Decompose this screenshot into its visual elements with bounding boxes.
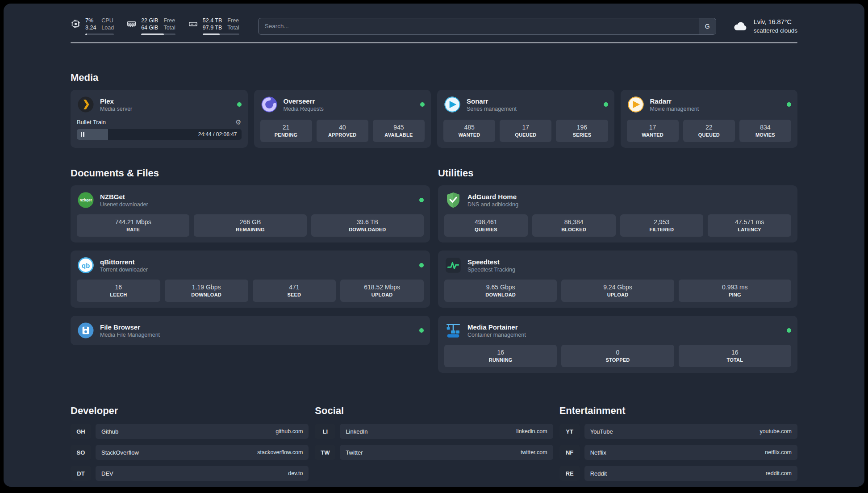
app-card-filebrowser[interactable]: File Browser Media File Management xyxy=(71,316,430,345)
app-card-speedtest[interactable]: Speedtest Speedtest Tracking 9.65 GbpsDO… xyxy=(438,251,797,308)
bookmark-name: Twitter xyxy=(346,449,363,456)
now-playing-title: Bullet Train xyxy=(77,119,106,125)
disk-total: 97.9 TB xyxy=(203,24,222,31)
stat-tile: 498,461QUERIES xyxy=(444,214,528,237)
radarr-icon xyxy=(627,96,645,113)
app-subtitle: DNS and adblocking xyxy=(467,201,518,208)
media-heading: Media xyxy=(71,72,797,84)
memory-label-1: Free xyxy=(163,17,175,24)
bookmark-url: github.com xyxy=(275,428,303,435)
social-heading: Social xyxy=(315,405,553,417)
weather-widget: Lviv, 16.87°C scattered clouds xyxy=(732,18,797,35)
bookmark-netflix[interactable]: NF Netflix netflix.com xyxy=(559,445,797,460)
stat-tile: 1.19 GbpsDOWNLOAD xyxy=(165,280,248,302)
app-card-portainer[interactable]: Media Portainer Container management 16R… xyxy=(438,316,797,373)
dashboard-frame: 7% 3.24 CPU Load xyxy=(4,4,864,487)
memory-widget: 22 GiB 64 GiB Free Total xyxy=(126,17,175,35)
disk-progress-bar xyxy=(203,33,239,35)
bookmark-url: youtube.com xyxy=(760,428,792,435)
qbittorrent-icon: qb xyxy=(77,256,95,274)
stat-tile: 22QUEUED xyxy=(683,120,735,142)
cpu-label-1: CPU xyxy=(101,17,114,24)
speedtest-icon xyxy=(444,256,462,274)
status-dot xyxy=(419,198,424,202)
cloud-icon xyxy=(732,20,748,33)
status-dot xyxy=(419,263,424,267)
stat-tile: 16LEECH xyxy=(77,280,160,302)
bookmark-reddit[interactable]: RE Reddit reddit.com xyxy=(559,466,797,481)
plex-now-playing: Bullet Train ⚙ 24:44 / 02:06:47 xyxy=(77,119,242,140)
weather-condition: scattered clouds xyxy=(754,26,797,35)
stat-tile: 196SERIES xyxy=(556,120,608,142)
bookmark-stackoverflow[interactable]: SO StackOverflow stackoverflow.com xyxy=(71,445,309,460)
app-card-sonarr[interactable]: Sonarr Series management 485WANTED 17QUE… xyxy=(437,90,614,148)
status-dot xyxy=(787,328,791,333)
app-subtitle: Movie management xyxy=(650,105,699,113)
stat-tile: 47.571 msLATENCY xyxy=(708,214,791,237)
disk-widget: 52.4 TB 97.9 TB Free Total xyxy=(188,17,239,35)
stat-tile: 471SEED xyxy=(253,280,336,302)
stat-tile: 16TOTAL xyxy=(679,345,791,367)
bookmark-bar: StackOverflow stackoverflow.com xyxy=(96,445,309,460)
bookmark-bar: Netflix netflix.com xyxy=(584,445,797,460)
memory-icon xyxy=(126,19,137,29)
bookmark-name: Github xyxy=(101,428,118,435)
bookmark-bar: YouTube youtube.com xyxy=(584,424,797,439)
section-documents: Documents & Files nzbget NZBGet Usenet d… xyxy=(71,167,430,345)
disk-label-2: Total xyxy=(227,24,239,31)
disk-icon xyxy=(188,19,198,29)
bookmark-github[interactable]: GH Github github.com xyxy=(71,424,309,439)
pause-icon[interactable] xyxy=(81,132,84,137)
app-card-adguard[interactable]: AdGuard Home DNS and adblocking 498,461Q… xyxy=(438,185,797,242)
bookmark-bar: DEV dev.to xyxy=(96,466,309,481)
stat-tile: 2,953FILTERED xyxy=(620,214,704,237)
stat-tile: 618.52 MbpsUPLOAD xyxy=(340,280,424,302)
topbar: 7% 3.24 CPU Load xyxy=(71,17,797,35)
entertainment-heading: Entertainment xyxy=(559,405,797,417)
stat-tile: 17QUEUED xyxy=(500,120,551,142)
app-card-nzbget[interactable]: nzbget NZBGet Usenet downloader 744.21 M… xyxy=(71,185,430,242)
stat-tile: 86,384BLOCKED xyxy=(532,214,616,237)
memory-progress-bar xyxy=(141,33,175,35)
bookmark-twitter[interactable]: TW Twitter twitter.com xyxy=(315,445,553,460)
app-subtitle: Container management xyxy=(467,331,526,338)
sonarr-icon xyxy=(443,96,461,113)
stat-tile: 0.993 msPING xyxy=(679,280,791,302)
bookmark-bar: LinkedIn linkedin.com xyxy=(340,424,553,439)
app-card-overseerr[interactable]: Overseerr Media Requests 21PENDING 40APP… xyxy=(254,90,431,148)
disk-free: 52.4 TB xyxy=(203,17,222,24)
nzbget-icon: nzbget xyxy=(77,191,95,209)
stat-tile: 16RUNNING xyxy=(444,345,557,367)
bookmark-url: linkedin.com xyxy=(516,428,547,435)
bookmark-name: Reddit xyxy=(590,470,607,477)
search-bar: G xyxy=(258,18,716,35)
bookmark-linkedin[interactable]: LI LinkedIn linkedin.com xyxy=(315,424,553,439)
google-search-button[interactable]: G xyxy=(699,18,716,34)
disk-label-1: Free xyxy=(227,17,239,24)
app-card-radarr[interactable]: Radarr Movie management 17WANTED 22QUEUE… xyxy=(621,90,798,148)
app-title: Sonarr xyxy=(467,97,517,105)
app-card-qbittorrent[interactable]: qb qBittorrent Torrent downloader 16LEEC… xyxy=(71,251,430,308)
cpu-label-2: Load xyxy=(101,24,114,31)
gear-icon[interactable]: ⚙ xyxy=(235,119,241,125)
stat-tile: 834MOVIES xyxy=(739,120,791,142)
bookmark-name: YouTube xyxy=(590,428,613,435)
bookmark-url: dev.to xyxy=(288,470,303,476)
app-title: Radarr xyxy=(650,97,699,105)
app-title: AdGuard Home xyxy=(467,192,518,201)
app-title: Media Portainer xyxy=(467,323,526,331)
bookmark-abbr: TW xyxy=(315,445,335,460)
app-card-plex[interactable]: Plex Media server Bullet Train ⚙ xyxy=(71,90,248,148)
bookmark-name: LinkedIn xyxy=(346,428,367,435)
search-input[interactable] xyxy=(259,18,699,34)
bookmark-youtube[interactable]: YT YouTube youtube.com xyxy=(559,424,797,439)
app-title: Overseerr xyxy=(284,97,324,105)
bookmark-abbr: SO xyxy=(71,445,91,460)
app-subtitle: Speedtest Tracking xyxy=(467,266,515,273)
playback-progress-bar[interactable]: 24:44 / 02:06:47 xyxy=(77,129,242,140)
status-dot xyxy=(237,102,242,107)
overseerr-icon xyxy=(260,96,278,113)
bookmark-dev[interactable]: DT DEV dev.to xyxy=(71,466,309,481)
plex-icon xyxy=(77,96,95,113)
memory-free: 22 GiB xyxy=(141,17,158,24)
